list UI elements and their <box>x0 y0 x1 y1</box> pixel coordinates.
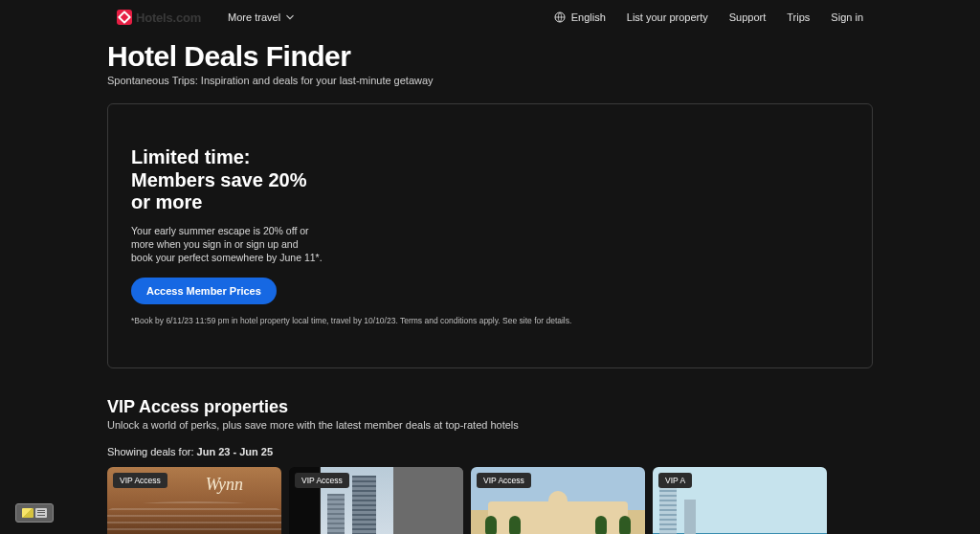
showing-deals-prefix: Showing deals for: <box>107 446 197 457</box>
property-card[interactable]: CARIBE ROYALE VIP Access <box>471 467 645 534</box>
nav-trips[interactable]: Trips <box>787 11 810 23</box>
more-travel-dropdown[interactable]: More travel <box>228 11 294 23</box>
vip-access-badge: VIP Access <box>295 473 349 488</box>
page-subtitle: Spontaneous Trips: Inspiration and deals… <box>107 75 873 86</box>
brand-logo-text: Hotels.com <box>136 11 201 25</box>
header: Hotels.com More travel English List your… <box>107 0 873 34</box>
vip-access-badge: VIP Access <box>477 473 531 488</box>
language-label: English <box>571 11 606 23</box>
promo-description: Your early summer escape is 20% off or m… <box>131 224 323 265</box>
showing-deals-dates: Jun 23 - Jun 25 <box>197 446 273 457</box>
vip-section-subtitle: Unlock a world of perks, plus save more … <box>107 419 873 431</box>
nav-support[interactable]: Support <box>729 11 767 23</box>
more-travel-label: More travel <box>228 11 280 23</box>
taskbar-list-icon <box>35 508 47 518</box>
vip-cards-row[interactable]: Wynn VIP Access VIP Access CARIBE ROYALE… <box>107 467 873 534</box>
access-member-prices-button[interactable]: Access Member Prices <box>131 278 277 304</box>
nav-list-property[interactable]: List your property <box>627 11 708 23</box>
taskbar-widget[interactable] <box>15 503 54 523</box>
vip-access-badge: VIP A <box>658 473 692 488</box>
promo-fineprint: *Book by 6/11/23 11:59 pm in hotel prope… <box>131 316 849 325</box>
language-selector[interactable]: English <box>554 11 606 23</box>
promo-banner: Limited time: Members save 20% or more Y… <box>107 103 873 368</box>
promo-heading: Limited time: Members save 20% or more <box>131 146 323 214</box>
property-card[interactable]: VIP A <box>653 467 827 534</box>
property-card[interactable]: VIP Access <box>289 467 463 534</box>
taskbar-app-icon <box>22 508 33 518</box>
brand-logo[interactable]: Hotels.com <box>117 10 201 25</box>
globe-icon <box>554 11 566 23</box>
showing-deals-line: Showing deals for: Jun 23 - Jun 25 <box>107 446 873 457</box>
page-title: Hotel Deals Finder <box>107 40 873 73</box>
chevron-down-icon <box>286 13 294 21</box>
vip-access-badge: VIP Access <box>113 473 167 488</box>
property-card[interactable]: Wynn VIP Access <box>107 467 281 534</box>
vip-section-title: VIP Access properties <box>107 397 873 417</box>
header-nav-right: English List your property Support Trips… <box>554 11 863 23</box>
nav-sign-in[interactable]: Sign in <box>831 11 863 23</box>
brand-logo-mark <box>117 10 132 25</box>
